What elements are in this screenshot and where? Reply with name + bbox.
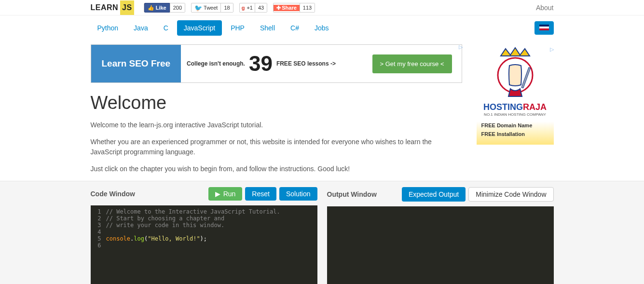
expected-output-button[interactable]: Expected Output (402, 187, 466, 202)
tweet-count: 18 (220, 3, 233, 12)
code-line: 5console.log("Hello, World!"); (91, 235, 317, 242)
reset-button[interactable]: Reset (245, 187, 276, 201)
twitter-icon: 🐦 (194, 4, 202, 12)
adchoices-icon: ▷ (550, 46, 554, 53)
nav-link-python[interactable]: Python (91, 20, 125, 36)
language-selector[interactable] (534, 21, 554, 35)
top-bar: LEARN JS 👍Like 200 🐦Tweet 18 g+1 43 ✚Sha… (0, 0, 644, 15)
code-editor[interactable]: 1// Welcome to the Interactive JavaScrip… (91, 205, 317, 284)
code-line: 6 (91, 242, 317, 249)
site-logo[interactable]: LEARN JS (91, 0, 134, 15)
code-playground: Code Window ▶Run Reset Solution 1// Welc… (0, 181, 644, 284)
nav-link-c[interactable]: C (157, 20, 175, 36)
ad-sidebar[interactable]: ▷ HOSTINGRAJA NO.1 INDIAN HOSTING COMPAN… (477, 46, 554, 179)
code-line: 3// write your code in this window. (91, 222, 317, 229)
uk-flag-icon (539, 25, 549, 30)
gplus-count: 43 (255, 3, 267, 12)
intro-paragraph: Welcome to the learn-js.org interactive … (91, 120, 462, 130)
logo-text-lang: JS (120, 0, 134, 15)
ad-banner-top[interactable]: ▷ Learn SEO Free College isn't enough. 3… (91, 44, 462, 83)
google-plus-button[interactable]: g+1 43 (239, 3, 268, 13)
nav-link-csharp[interactable]: C# (284, 20, 306, 36)
ad-feature: FREE Domain Name (481, 122, 549, 130)
output-console (327, 206, 554, 284)
language-nav: PythonJavaCJavaScriptPHPShellC#Jobs (81, 15, 563, 36)
nav-link-php[interactable]: PHP (224, 20, 251, 36)
nav-link-jobs[interactable]: Jobs (308, 20, 336, 36)
minimize-button[interactable]: Minimize Code Window (468, 187, 553, 202)
share-button[interactable]: ✚Share 113 (273, 3, 315, 13)
code-window-title: Code Window (91, 190, 135, 198)
ad-feature: FREE Installation (481, 130, 549, 139)
ad-cta-button[interactable]: > Get my free course < (372, 54, 452, 73)
intro-paragraph: Just click on the chapter you wish to be… (91, 164, 462, 174)
gplus-icon: g (240, 5, 247, 11)
about-link[interactable]: About (536, 4, 554, 12)
adchoices-icon: ▷ (459, 44, 463, 50)
intro-paragraph: Whether you are an experienced programme… (91, 137, 462, 157)
page-title: Welcome (91, 93, 462, 113)
output-window-title: Output Window (327, 190, 377, 198)
hostingraja-logo-icon (486, 46, 544, 99)
share-icon: ✚ (276, 5, 281, 11)
facebook-like-count: 200 (170, 3, 185, 12)
ad-headline: Learn SEO Free (91, 45, 181, 82)
code-line: 2// Start by choosing a chapter and (91, 215, 317, 222)
ad-number: 39 (249, 52, 273, 76)
code-line: 4 (91, 229, 317, 235)
nav-link-shell[interactable]: Shell (253, 20, 282, 36)
ad-text: College isn't enough. (187, 60, 245, 67)
nav-link-javascript[interactable]: JavaScript (177, 20, 222, 36)
code-line: 1// Welcome to the Interactive JavaScrip… (91, 208, 317, 215)
solution-button[interactable]: Solution (279, 187, 317, 201)
ad-subtitle: NO.1 INDIAN HOSTING COMPANY (477, 112, 554, 117)
nav-link-java[interactable]: Java (127, 20, 155, 36)
logo-text-learn: LEARN (91, 3, 119, 12)
ad-text2: FREE SEO lessons -> (276, 60, 336, 67)
thumbs-up-icon: 👍 (148, 5, 154, 11)
tweet-button[interactable]: 🐦Tweet 18 (191, 3, 233, 13)
facebook-like-button[interactable]: 👍Like 200 (144, 3, 185, 13)
play-icon: ▶ (215, 190, 220, 198)
share-count: 113 (300, 3, 315, 12)
run-button[interactable]: ▶Run (208, 187, 243, 201)
